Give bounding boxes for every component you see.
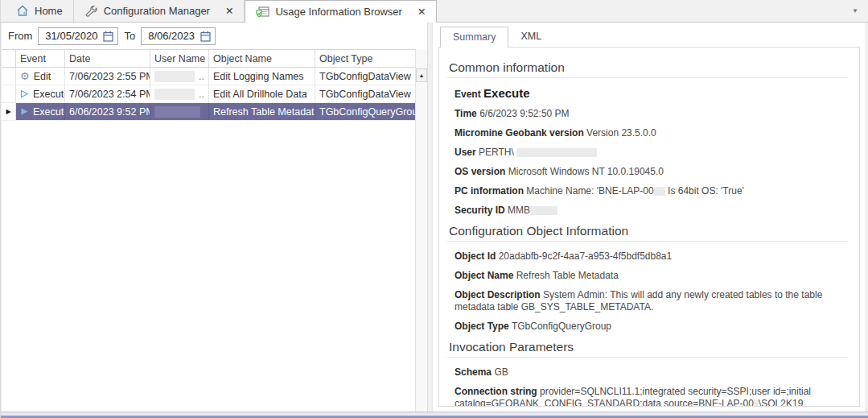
tab-label: Usage Information Browser bbox=[275, 6, 402, 18]
from-date-input[interactable]: 31/05/2020 bbox=[38, 27, 118, 45]
object-name-cell: Refresh Table Metadata bbox=[209, 103, 315, 120]
usage-browser-icon bbox=[256, 6, 269, 19]
tab-label: Home bbox=[35, 5, 63, 17]
calendar-icon[interactable] bbox=[200, 31, 211, 42]
table-scrollbar[interactable]: ▲ bbox=[415, 49, 427, 412]
column-header-date[interactable]: Date bbox=[65, 50, 150, 67]
row-selector-cell: ▶ bbox=[2, 103, 16, 120]
section-divider bbox=[447, 77, 848, 78]
column-header-user-name[interactable]: User Name bbox=[150, 50, 209, 67]
field-time: Time 6/6/2023 9:52:50 PM bbox=[455, 108, 848, 120]
field-object-id: Object Id 20adabfb-9c2f-4aa7-a953-4f5bdf… bbox=[455, 250, 848, 263]
scroll-up-icon[interactable]: ▲ bbox=[416, 68, 427, 82]
event-cell: Execute bbox=[16, 85, 65, 102]
event-cell: Execute bbox=[16, 103, 65, 120]
play-outline-icon bbox=[20, 89, 29, 98]
table-header-row: Event Date User Name Object Name Object … bbox=[2, 49, 427, 68]
date-cell: 7/06/2023 2:55 PM bbox=[65, 68, 150, 85]
redacted-text bbox=[154, 71, 195, 82]
to-date-value: 8/06/2023 bbox=[148, 30, 195, 42]
events-table: Event Date User Name Object Name Object … bbox=[2, 49, 427, 121]
close-icon[interactable]: ✕ bbox=[225, 6, 233, 16]
field-user: User PERTH\ bbox=[455, 147, 848, 159]
field-connection-string: Connection string provider=SQLNCLI11.1;i… bbox=[455, 386, 848, 407]
redacted-text bbox=[154, 106, 200, 118]
column-header-object-type[interactable]: Object Type bbox=[315, 50, 416, 67]
section-divider bbox=[447, 241, 848, 242]
event-list-panel: From 31/05/2020 To 8/06/2023 Event Date … bbox=[1, 23, 427, 412]
object-type-cell: TGbConfigQueryGroup bbox=[315, 103, 416, 120]
field-object-name: Object Name Refresh Table Metadata bbox=[455, 270, 848, 282]
field-security-id: Security ID MMB bbox=[455, 205, 848, 217]
calendar-icon[interactable] bbox=[103, 31, 113, 42]
tab-label: Configuration Manager bbox=[104, 5, 210, 17]
field-object-description: Object Description System Admin: This wi… bbox=[455, 289, 848, 313]
table-row[interactable]: ⚙ Edit 7/06/2023 2:55 PM .. Edit Logging… bbox=[2, 68, 427, 85]
play-filled-icon bbox=[20, 107, 29, 116]
detail-panel: Summary XML Common information Event Exe… bbox=[433, 23, 868, 412]
close-icon[interactable]: ✕ bbox=[418, 7, 426, 17]
user-name-cell bbox=[150, 103, 209, 120]
object-name-cell: Edit Logging Names bbox=[209, 68, 315, 85]
tab-home[interactable]: Home bbox=[4, 0, 74, 22]
event-cell: ⚙ Edit bbox=[16, 68, 65, 85]
from-label: From bbox=[8, 30, 32, 42]
date-cell: 6/06/2023 9:52 PM bbox=[65, 103, 150, 120]
home-icon bbox=[15, 5, 29, 18]
section-heading-common: Common information bbox=[449, 60, 848, 75]
row-selector-cell bbox=[2, 85, 16, 102]
field-object-type: Object Type TGbConfigQueryGroup bbox=[455, 321, 848, 333]
panel-splitter[interactable] bbox=[427, 23, 433, 412]
table-row-selected[interactable]: ▶ Execute 6/06/2023 9:52 PM Refresh Tabl… bbox=[2, 103, 427, 121]
to-label: To bbox=[124, 30, 135, 42]
field-schema: Schema GB bbox=[455, 366, 848, 379]
redacted-text bbox=[516, 148, 597, 157]
document-tab-bar: Home Configuration Manager ✕ Usage Infor… bbox=[1, 0, 868, 23]
section-heading-config-object: Configuration Object Information bbox=[449, 224, 848, 238]
from-date-value: 31/05/2020 bbox=[45, 30, 97, 42]
gear-icon: ⚙ bbox=[20, 72, 30, 81]
row-selector-header bbox=[2, 50, 16, 67]
section-divider bbox=[447, 357, 848, 358]
date-filter-bar: From 31/05/2020 To 8/06/2023 bbox=[2, 23, 427, 49]
tab-usage-information-browser[interactable]: Usage Information Browser ✕ bbox=[245, 0, 437, 23]
field-pc-information: PC information Machine Name: 'BNE-LAP-00… bbox=[455, 185, 848, 197]
redacted-text bbox=[154, 89, 195, 100]
redacted-text bbox=[654, 187, 665, 196]
date-cell: 7/06/2023 2:54 PM bbox=[65, 85, 150, 102]
column-header-object-name[interactable]: Object Name bbox=[209, 50, 315, 67]
wrench-icon bbox=[84, 5, 98, 18]
object-type-cell: TGbConfigDataView bbox=[315, 85, 416, 102]
detail-tab-bar: Summary XML bbox=[438, 27, 860, 47]
tab-summary[interactable]: Summary bbox=[440, 27, 508, 48]
redacted-text bbox=[530, 206, 557, 215]
table-row[interactable]: Execute 7/06/2023 2:54 PM .. Edit All Dr… bbox=[2, 85, 427, 103]
field-geobank-version: Micromine Geobank version Version 23.5.0… bbox=[455, 127, 848, 139]
app-window: Home Configuration Manager ✕ Usage Infor… bbox=[0, 0, 868, 418]
object-type-cell: TGbConfigDataView bbox=[315, 68, 416, 85]
field-os-version: OS version Microsoft Windows NT 10.0.190… bbox=[455, 166, 848, 178]
object-name-cell: Edit All Drillhole Data bbox=[209, 85, 315, 102]
tab-configuration-manager[interactable]: Configuration Manager ✕ bbox=[74, 0, 245, 22]
section-heading-invocation: Invocation Parameters bbox=[449, 340, 848, 354]
column-header-event[interactable]: Event bbox=[16, 50, 65, 67]
user-name-cell: .. bbox=[150, 68, 209, 85]
row-selector-cell bbox=[2, 68, 16, 85]
user-name-cell: .. bbox=[150, 85, 209, 102]
to-date-input[interactable]: 8/06/2023 bbox=[141, 27, 216, 45]
window-bottom-edge bbox=[1, 412, 868, 418]
tab-overflow-dropdown-icon[interactable]: ▼ bbox=[842, 0, 868, 22]
field-event: Event Execute bbox=[455, 87, 848, 101]
summary-content: Common information Event Execute Time 6/… bbox=[438, 47, 860, 407]
tab-xml[interactable]: XML bbox=[508, 27, 553, 47]
